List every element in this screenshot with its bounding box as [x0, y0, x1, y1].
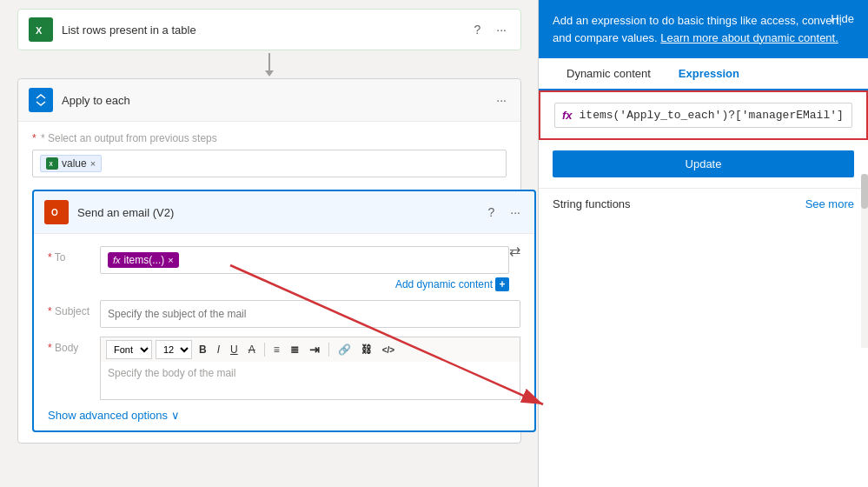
code-button[interactable]: </> [379, 344, 398, 357]
italic-button[interactable]: I [214, 342, 223, 357]
subject-input[interactable] [100, 300, 520, 328]
numbered-list-button[interactable]: ≣ [287, 342, 302, 357]
select-output-label: * * Select an output from previous steps [32, 132, 507, 144]
panel-scrollbar[interactable] [861, 174, 868, 348]
card-send-email: O Send an email (V2) ? ··· ⇄ [32, 190, 536, 432]
svg-text:X: X [36, 25, 43, 36]
tab-expression[interactable]: Expression [665, 58, 753, 90]
swap-icon: ⇄ [509, 243, 520, 259]
send-email-title: Send an email (V2) [77, 206, 485, 219]
toolbar-divider-2 [328, 343, 329, 357]
add-dynamic-text: Add dynamic content [395, 278, 493, 290]
value-token-text: value [62, 157, 87, 170]
see-more-link[interactable]: See more [805, 197, 854, 210]
flow-area: X List rows present in a table ? ··· [0, 0, 530, 487]
size-select[interactable]: 12 [156, 340, 192, 359]
svg-text:X: X [49, 161, 53, 167]
apply-more-button[interactable]: ··· [493, 91, 510, 109]
show-advanced-text: Show advanced options [48, 409, 168, 422]
unlink-button[interactable]: ⛓ [358, 342, 375, 357]
to-token-text: items(...) [124, 254, 165, 266]
body-placeholder: Specify the body of the mail [108, 367, 235, 379]
send-email-body: ⇄ * To fx items(...) [34, 234, 534, 430]
to-label: * To [48, 246, 100, 264]
editor-toolbar: Font 12 B I U A [100, 337, 520, 362]
send-email-help-button[interactable]: ? [485, 203, 499, 221]
main-canvas: X List rows present in a table ? ··· [0, 0, 868, 487]
body-label: * Body [48, 337, 100, 354]
subject-label: * Subject [48, 300, 100, 317]
to-token: fx items(...) × [108, 252, 179, 268]
send-email-actions: ? ··· [485, 203, 524, 221]
apply-actions: ··· [493, 91, 510, 109]
learn-more-text: Learn more about dynamic content. [660, 31, 838, 44]
string-functions-label: String functions [553, 197, 631, 210]
send-email-more-button[interactable]: ··· [507, 203, 524, 221]
value-token: X value × [40, 155, 102, 172]
body-input[interactable]: Specify the body of the mail [100, 362, 520, 400]
fx-expression-icon: fx [562, 109, 573, 122]
apply-header: Apply to each ··· [18, 79, 520, 122]
send-email-header: O Send an email (V2) ? ··· [34, 191, 534, 234]
show-advanced-options[interactable]: Show advanced options ∨ [48, 409, 520, 422]
list-rows-more-button[interactable]: ··· [493, 21, 510, 38]
body-content: Font 12 B I U A [100, 337, 520, 400]
loop-icon [29, 88, 53, 112]
to-row: * To fx items(...) × [48, 246, 509, 291]
bold-button[interactable]: B [195, 342, 210, 357]
add-dynamic-link[interactable]: Add dynamic content + [395, 277, 509, 291]
dynamic-panel: Add an expression to do basic things lik… [538, 0, 868, 487]
panel-scrollbar-thumb [861, 174, 868, 209]
outlook-icon: O [44, 200, 69, 224]
panel-hide-button[interactable]: Hide [831, 12, 854, 25]
panel-header: Add an expression to do basic things lik… [539, 0, 868, 58]
expression-area: fx items('Apply_to_each')?['managerEMail… [539, 90, 868, 140]
connector-arrow [17, 50, 521, 78]
chevron-down-icon: ∨ [171, 409, 180, 422]
to-content: fx items(...) × Add dynamic content + [100, 246, 509, 291]
token-container[interactable]: X value × [32, 150, 507, 177]
indent-button[interactable]: ⇥ [306, 341, 323, 358]
list-rows-help-button[interactable]: ? [471, 21, 485, 38]
token-close-icon[interactable]: × [90, 158, 96, 169]
body-row: * Body Font 12 B [48, 337, 520, 400]
toolbar-divider [264, 343, 265, 357]
font-select[interactable]: Font [106, 340, 152, 359]
fx-label: fx [113, 255, 121, 265]
expression-value: items('Apply_to_each')?['managerEMail'] [580, 109, 844, 122]
subject-row: * Subject [48, 300, 520, 328]
to-token-close[interactable]: × [168, 255, 173, 265]
excel-icon: X [29, 17, 53, 42]
string-functions-row: String functions See more [539, 188, 868, 219]
strikethrough-button[interactable]: A [245, 342, 259, 357]
learn-more-link[interactable]: Learn more about dynamic content. [660, 31, 838, 44]
add-dynamic-plus-icon: + [495, 277, 509, 291]
expression-input-row[interactable]: fx items('Apply_to_each')?['managerEMail… [554, 103, 852, 128]
list-rows-title: List rows present in a table [62, 23, 471, 37]
list-rows-actions: ? ··· [471, 21, 510, 38]
link-button[interactable]: 🔗 [335, 342, 354, 357]
to-field[interactable]: fx items(...) × [100, 246, 509, 274]
add-dynamic-row: Add dynamic content + [100, 277, 509, 291]
apply-title: Apply to each [62, 94, 493, 107]
svg-text:O: O [51, 208, 58, 217]
bullet-list-button[interactable]: ≡ [270, 342, 283, 357]
apply-body: * * Select an output from previous steps… [18, 122, 520, 443]
underline-button[interactable]: U [227, 342, 242, 357]
tab-dynamic-content[interactable]: Dynamic content [553, 58, 665, 90]
card-apply-to-each: Apply to each ··· * * Select an output f… [17, 78, 521, 444]
panel-tabs: Dynamic content Expression [539, 58, 868, 90]
update-button[interactable]: Update [553, 150, 854, 177]
subject-content [100, 300, 520, 328]
card-list-rows: X List rows present in a table ? ··· [17, 9, 521, 50]
token-excel-icon: X [46, 157, 58, 170]
